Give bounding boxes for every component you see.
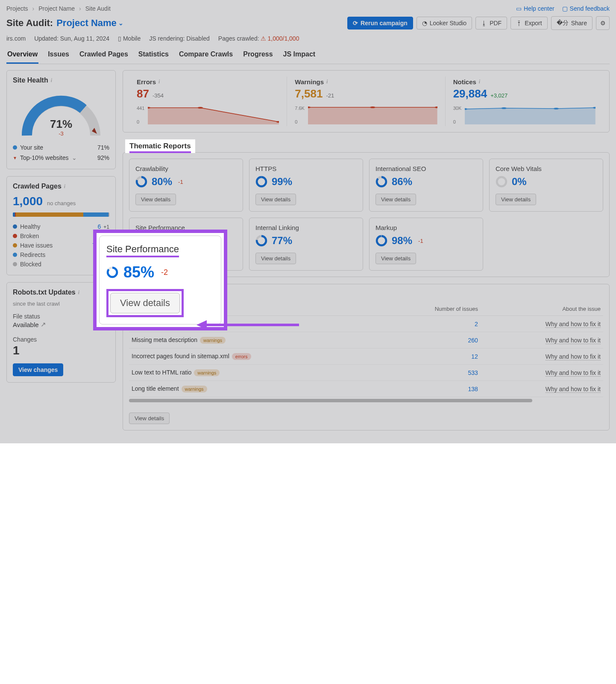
issue-severity-badge: warnings — [200, 337, 226, 344]
chat-icon: ▢ — [562, 5, 568, 12]
sparkline — [465, 106, 595, 124]
pdf-label: PDF — [490, 20, 502, 27]
domain-label: irs.com — [6, 35, 26, 42]
share-icon: �分 — [557, 19, 569, 27]
issue-severity-badge: errors — [232, 353, 251, 360]
fix-link[interactable]: Why and how to fix it — [546, 337, 601, 344]
info-icon[interactable]: i — [78, 289, 79, 296]
thematic-international-seo: International SEO 86% View details — [369, 159, 483, 212]
view-details-button[interactable]: View details — [129, 413, 170, 424]
rerun-label: Rerun campaign — [361, 20, 408, 27]
info-icon[interactable]: i — [51, 77, 52, 84]
issue-row: Low text to HTML ratiowarnings 533 Why a… — [129, 365, 603, 381]
fix-link[interactable]: Why and how to fix it — [546, 321, 601, 328]
info-icon[interactable]: i — [479, 79, 480, 85]
view-details-button[interactable]: View details — [496, 194, 536, 205]
svg-marker-5 — [308, 107, 437, 124]
issue-name: Low text to HTML ratio — [132, 369, 191, 376]
breadcrumb-current: Site Audit — [85, 5, 111, 12]
crawled-row-label: Broken — [20, 233, 39, 239]
crawled-row-label: Blocked — [20, 261, 41, 268]
refresh-icon: ⟳ — [353, 20, 358, 27]
changes-value: 1 — [13, 344, 109, 357]
share-button[interactable]: �分 Share — [551, 16, 593, 30]
looker-studio-button[interactable]: ◔ Looker Studio — [417, 17, 472, 29]
fix-link[interactable]: Why and how to fix it — [546, 369, 601, 377]
site-health-value: 71% — [18, 118, 104, 131]
view-details-button[interactable]: View details — [255, 253, 296, 264]
legend-dot — [13, 253, 17, 257]
fix-link[interactable]: Why and how to fix it — [546, 353, 601, 360]
issues-header: Number of issues — [382, 302, 481, 316]
site-health-title: Site Health — [13, 77, 48, 84]
tab-statistics[interactable]: Statistics — [138, 46, 170, 64]
thematic-core-web-vitals: Core Web Vitals 0% View details — [489, 159, 603, 212]
site-health-card: Site Health i 71% -3 Your site71%▼Top-10… — [6, 70, 116, 169]
chevron-down-icon[interactable]: ⌄ — [72, 154, 77, 161]
crawled-row-label: Have issues — [20, 242, 53, 249]
export-button[interactable]: ⭱ Export — [510, 17, 547, 29]
tab-overview[interactable]: Overview — [6, 46, 38, 64]
thematic-internal-linking: Internal Linking 77% View details — [249, 218, 363, 271]
crawled-row-delta: +1 — [103, 224, 109, 230]
issue-count[interactable]: 12 — [382, 348, 481, 365]
view-details-button[interactable]: View details — [375, 194, 416, 205]
issue-count[interactable]: 260 — [382, 332, 481, 348]
info-icon[interactable]: i — [326, 79, 328, 85]
callout-view-details-button[interactable]: View details — [110, 293, 180, 313]
summary-errors: Errors i 87-354 4410 — [129, 77, 287, 126]
breadcrumb-project-name[interactable]: Project Name — [38, 5, 75, 12]
file-status-text: Available — [13, 321, 39, 328]
send-feedback-label: Send feedback — [570, 5, 610, 12]
view-changes-button[interactable]: View changes — [13, 363, 63, 376]
thematic-card-title: Markup — [375, 224, 477, 231]
tab-crawled-pages[interactable]: Crawled Pages — [79, 46, 129, 64]
info-icon[interactable]: i — [64, 183, 65, 190]
settings-button[interactable]: ⚙ — [596, 16, 610, 30]
thematic-pct: 0% — [512, 176, 527, 188]
tab-issues[interactable]: Issues — [47, 46, 70, 64]
issue-count[interactable]: 138 — [382, 381, 481, 397]
breadcrumb-projects[interactable]: Projects — [6, 5, 28, 12]
gear-icon: ⚙ — [600, 20, 606, 27]
spark-bottom: 0 — [295, 119, 305, 124]
issue-count[interactable]: 533 — [382, 365, 481, 381]
crawled-row-label: Healthy — [20, 223, 40, 230]
fix-link[interactable]: Why and how to fix it — [546, 386, 601, 393]
rerun-campaign-button[interactable]: ⟳ Rerun campaign — [347, 17, 413, 29]
info-icon[interactable]: i — [158, 79, 160, 85]
crawled-pages-title: Crawled Pages — [13, 183, 62, 190]
svg-marker-31 — [197, 320, 207, 330]
device-label: ▯ Mobile — [118, 35, 141, 42]
thematic-pct: 77% — [272, 235, 292, 247]
tab-compare-crawls[interactable]: Compare Crawls — [178, 46, 234, 64]
tab-js-impact[interactable]: JS Impact — [282, 46, 317, 64]
tab-progress[interactable]: Progress — [242, 46, 273, 64]
help-center-link[interactable]: ▭ Help center — [516, 5, 554, 12]
view-details-button[interactable]: View details — [255, 194, 296, 205]
warning-icon: ⚠ — [261, 35, 266, 42]
issue-row: Incorrect pages found in sitemap.xmlerro… — [129, 348, 603, 365]
send-feedback-link[interactable]: ▢ Send feedback — [562, 5, 610, 12]
thematic-card-title: Core Web Vitals — [496, 165, 597, 172]
site-health-row: ▼Top-10% websites ⌄92% — [13, 153, 109, 163]
sparkline — [308, 106, 437, 124]
ring-icon — [496, 176, 507, 188]
project-name: Project Name — [56, 18, 117, 29]
horizontal-scrollbar[interactable] — [129, 399, 532, 402]
issue-count[interactable]: 2 — [382, 316, 481, 332]
legend-dot — [13, 243, 17, 248]
thematic-crawlability: Crawlability 80% -1 View details — [129, 159, 243, 212]
svg-point-20 — [497, 177, 506, 186]
view-details-button[interactable]: View details — [135, 194, 176, 205]
project-selector[interactable]: Project Name ⌄ — [56, 18, 123, 29]
pdf-button[interactable]: ⭳ PDF — [475, 17, 507, 29]
callout-pct: 85% — [123, 263, 154, 281]
ring-icon — [106, 266, 118, 278]
legend-dot — [13, 234, 17, 238]
ring-icon — [375, 176, 387, 188]
summary-title: Warnings — [295, 78, 324, 86]
legend-label: Your site — [20, 144, 43, 151]
summary-notices: Notices i 29,884+3,027 30K0 — [445, 77, 603, 126]
view-details-button[interactable]: View details — [375, 253, 416, 264]
